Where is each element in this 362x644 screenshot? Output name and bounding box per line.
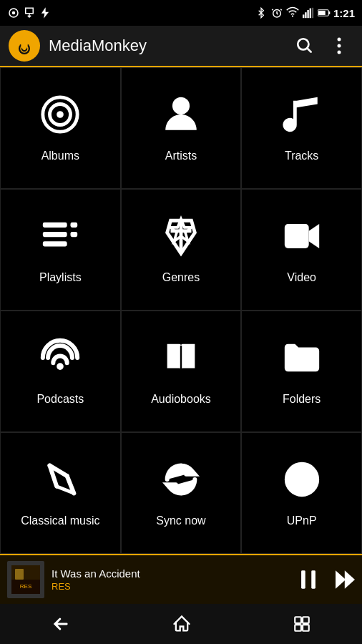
svg-point-18	[338, 44, 341, 48]
sync-icon	[160, 459, 202, 506]
upnp-label: UPnP	[287, 514, 317, 527]
status-time: 1:21	[333, 7, 355, 19]
grid-item-genres[interactable]: Genres	[121, 189, 242, 311]
svg-rect-42	[301, 570, 305, 589]
classical-icon	[39, 459, 81, 506]
svg-text:RES: RES	[20, 583, 31, 590]
skip-forward-button[interactable]	[331, 567, 355, 592]
search-button[interactable]	[290, 31, 319, 60]
svg-point-23	[172, 97, 190, 114]
grid-item-video[interactable]: Video	[241, 189, 362, 311]
svg-point-22	[57, 111, 64, 118]
home-button[interactable]	[155, 608, 209, 640]
artists-label: Artists	[165, 150, 197, 162]
svg-rect-45	[303, 617, 309, 623]
upnp-icon	[281, 459, 323, 506]
svg-rect-28	[71, 232, 78, 237]
overflow-menu-button[interactable]	[325, 31, 353, 60]
svg-point-36	[298, 476, 305, 483]
svg-rect-8	[312, 8, 313, 18]
pause-button[interactable]	[296, 567, 321, 592]
grid-item-artists[interactable]: Artists	[121, 67, 242, 189]
artists-icon	[160, 94, 202, 141]
main-content: Albums Artists Tracks	[0, 67, 362, 554]
audiobooks-icon	[160, 337, 202, 384]
svg-point-3	[292, 15, 293, 16]
svg-rect-4	[303, 14, 304, 18]
now-playing-thumbnail: RES	[7, 561, 44, 598]
tracks-label: Tracks	[285, 150, 318, 162]
signal-icon	[302, 6, 315, 19]
sync-label: Sync now	[156, 514, 205, 527]
svg-rect-27	[71, 223, 78, 228]
grid-item-albums[interactable]: Albums	[0, 67, 121, 189]
svg-rect-47	[303, 625, 309, 631]
app-title: MediaMonkey	[49, 36, 290, 55]
svg-rect-46	[295, 625, 302, 631]
nav-bar	[0, 604, 362, 644]
grid-item-podcasts[interactable]: Podcasts	[0, 311, 121, 432]
audiobooks-label: Audiobooks	[151, 393, 211, 406]
grid-item-playlists[interactable]: Playlists	[0, 189, 121, 311]
wifi-icon	[286, 6, 299, 19]
recent-apps-button[interactable]	[275, 609, 328, 639]
status-icons-left	[7, 6, 52, 19]
now-playing-info: It Was an Accident RES	[52, 567, 296, 592]
app-bar-actions	[290, 31, 353, 60]
grid-item-folders[interactable]: Folders	[241, 311, 362, 432]
classical-label: Classical music	[21, 514, 99, 527]
svg-rect-7	[310, 9, 311, 19]
svg-point-32	[57, 363, 64, 370]
svg-rect-6	[307, 10, 308, 18]
battery-icon	[318, 6, 331, 19]
grid-item-classical[interactable]: Classical music	[0, 432, 121, 554]
svg-rect-26	[43, 241, 67, 246]
folders-icon	[281, 337, 323, 384]
svg-rect-40	[15, 569, 24, 580]
svg-point-19	[338, 51, 341, 54]
grid-item-sync[interactable]: Sync now	[121, 432, 242, 554]
folders-label: Folders	[283, 393, 321, 406]
status-bar: 1:21	[0, 0, 362, 26]
now-playing-artist: RES	[52, 581, 296, 592]
svg-rect-43	[311, 570, 315, 589]
svg-rect-31	[284, 224, 308, 248]
alarm-icon	[270, 6, 283, 19]
playlists-icon	[39, 215, 81, 263]
svg-rect-44	[295, 617, 302, 623]
status-icons-right: 1:21	[255, 6, 355, 19]
grid-item-tracks[interactable]: Tracks	[241, 67, 362, 189]
tracks-icon	[281, 94, 323, 141]
svg-rect-24	[43, 223, 67, 228]
now-playing-title: It Was an Accident	[52, 567, 296, 580]
svg-rect-10	[328, 11, 330, 14]
svg-point-15	[23, 47, 26, 50]
svg-point-1	[12, 11, 16, 15]
podcasts-icon	[39, 337, 81, 384]
genres-icon	[160, 215, 202, 263]
app-logo	[9, 30, 40, 62]
genres-label: Genres	[162, 271, 200, 284]
album-icon	[39, 94, 81, 141]
grid-item-audiobooks[interactable]: Audiobooks	[121, 311, 242, 432]
back-button[interactable]	[34, 608, 88, 640]
svg-point-17	[338, 38, 341, 42]
svg-rect-11	[318, 11, 326, 15]
now-playing-bar[interactable]: RES It Was an Accident RES	[0, 554, 362, 604]
svg-rect-5	[305, 12, 306, 18]
flash-icon	[39, 6, 52, 19]
nfc-icon	[7, 6, 20, 19]
playlists-label: Playlists	[39, 271, 82, 284]
svg-rect-25	[43, 232, 67, 237]
grid-item-upnp[interactable]: UPnP	[241, 432, 362, 554]
grid-menu: Albums Artists Tracks	[0, 67, 362, 554]
video-icon	[281, 215, 323, 263]
video-label: Video	[287, 271, 316, 284]
app-bar: MediaMonkey	[0, 26, 362, 67]
download-icon	[23, 6, 36, 19]
podcasts-label: Podcasts	[36, 393, 84, 406]
bluetooth-icon	[255, 6, 268, 19]
now-playing-controls	[296, 567, 355, 592]
albums-label: Albums	[41, 150, 79, 162]
